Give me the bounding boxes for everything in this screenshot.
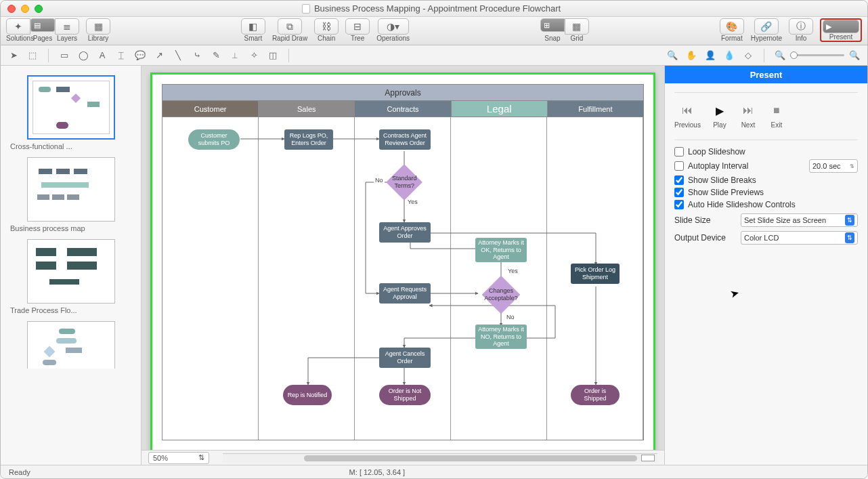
eyedropper-tool[interactable]: 💧 (723, 50, 735, 61)
exit-button[interactable]: ■Exit (767, 102, 786, 129)
callout-tool[interactable]: 💬 (134, 50, 146, 61)
edge-label-no-2: No (505, 314, 516, 320)
status-ready: Ready (9, 468, 30, 476)
autoplay-interval-stepper[interactable]: 20.0 sec⇅ (809, 159, 858, 173)
autoplay-checkbox[interactable]: Autoplay Interval (674, 161, 748, 171)
zoom-select[interactable]: 50% ⇅ (148, 452, 209, 464)
operations-button[interactable]: ◑▾ (378, 18, 409, 35)
textbox-tool[interactable]: ⌶ (115, 50, 127, 61)
slide-previews-checkbox[interactable]: Show Slide Previews (674, 188, 858, 197)
node-agent-requests-approval[interactable]: Agent Requests Approval (379, 283, 431, 304)
rapid-label: Rapid Draw (272, 35, 307, 42)
layers-button[interactable]: ≣ (55, 18, 79, 35)
present-button[interactable]: ▶ (823, 20, 859, 33)
autoplay-row: Autoplay Interval 20.0 sec⇅ (674, 159, 858, 173)
lane-h-legal: Legal (452, 101, 548, 117)
library-label: Library (88, 35, 109, 42)
node-agent-cancels[interactable]: Agent Cancels Order (379, 348, 431, 368)
stamp-tool[interactable]: 👤 (704, 50, 716, 61)
page-thumb-2[interactable] (27, 157, 115, 222)
page-thumb-4[interactable] (27, 321, 115, 369)
play-icon: ▶ (710, 102, 729, 119)
curve-tool[interactable]: ⤷ (191, 50, 203, 61)
info-button[interactable]: ⓘ (789, 18, 813, 35)
output-device-select[interactable]: Color LCD⇅ (741, 231, 858, 245)
page-thumb-3[interactable] (27, 239, 115, 304)
lane-customer (162, 117, 259, 440)
operations-group: ◑▾ Operations (376, 18, 410, 42)
node-pick-order[interactable]: Pick Order Log Shipment (571, 264, 620, 284)
close-window[interactable] (7, 5, 16, 13)
node-rep-logs-po[interactable]: Rep Logs PO, Enters Order (284, 129, 333, 150)
play-button[interactable]: ▶Play (710, 102, 729, 129)
titlebar: Business Process Mapping - Appointment P… (1, 1, 867, 17)
horizontal-scrollbar[interactable] (223, 453, 657, 463)
snap-button[interactable]: ⊞ (540, 18, 565, 32)
node-rep-notified[interactable]: Rep is Notified (283, 385, 332, 405)
zoom-in-icon[interactable]: 🔍 (848, 50, 861, 61)
next-button[interactable]: ⏭Next (739, 102, 758, 129)
node-contracts-reviews[interactable]: Contracts Agent Reviews Order (379, 129, 431, 150)
arrow-tool[interactable]: ↗ (153, 50, 165, 61)
chain-button[interactable]: ⛓ (314, 18, 339, 35)
edge-label-no-1: No (374, 177, 385, 184)
node-order-not-shipped[interactable]: Order is Not Shipped (379, 385, 431, 405)
slide-size-select[interactable]: Set Slide Size as Screen⇅ (741, 213, 858, 227)
snap-label: Snap (540, 35, 565, 42)
previous-button[interactable]: ⏮Previous (674, 102, 701, 129)
hypernote-label: Hypernote (751, 35, 782, 42)
document-icon (302, 4, 310, 14)
minimize-window[interactable] (21, 5, 29, 13)
zoom-tool[interactable]: 🔍 (666, 50, 678, 61)
slide-breaks-checkbox[interactable]: Show Slide Breaks (674, 175, 858, 185)
library-button[interactable]: ▦ (86, 18, 110, 35)
hand-tool[interactable]: ✋ (685, 50, 697, 61)
zoom-out-icon[interactable]: 🔍 (774, 50, 786, 61)
zoom-window[interactable] (35, 5, 43, 13)
present-label: Present (829, 33, 852, 41)
status-bar: Ready M: [ 12.05, 3.64 ] (1, 465, 867, 478)
tree-button[interactable]: ⊟ (345, 18, 370, 35)
exit-icon: ■ (767, 102, 786, 119)
playback-controls: ⏮Previous ▶Play ⏭Next ■Exit (674, 98, 858, 129)
pages-button[interactable]: ▤ (30, 18, 55, 32)
node-order-shipped[interactable]: Order is Shipped (571, 385, 620, 405)
connector-tool[interactable]: ⟂ (229, 50, 241, 61)
info-label: Info (796, 35, 807, 42)
loop-checkbox[interactable]: Loop Slideshow (674, 147, 858, 157)
grid-button[interactable]: ▦ (565, 18, 589, 35)
smart-button[interactable]: ◧ (241, 18, 265, 35)
grid-label: Grid (565, 35, 589, 42)
lane-body: Customer submits PO Rep Logs PO, Enters … (162, 117, 643, 440)
crop-tool[interactable]: ◫ (267, 50, 279, 61)
pointer-tool[interactable]: ➤ (7, 50, 20, 61)
node-customer-submits-po[interactable]: Customer submits PO (188, 129, 240, 150)
node-attorney-ok[interactable]: Attorney Marks it OK, Returns to Agent (475, 238, 527, 262)
eraser-tool[interactable]: ◇ (742, 50, 754, 61)
chain-group: ⛓ Chain (314, 18, 339, 42)
hypernote-button[interactable]: 🔗 (754, 18, 779, 35)
title-text: Business Process Mapping - Appointment P… (314, 3, 561, 14)
output-device-label: Output Device (674, 233, 735, 243)
format-button[interactable]: 🎨 (720, 18, 744, 35)
page-thumb-1[interactable] (27, 75, 115, 140)
rapid-draw-button[interactable]: ⧉ (278, 18, 302, 35)
node-agent-approves[interactable]: Agent Approves Order (379, 222, 431, 243)
swimlane-container: Approvals Customer Sales Contracts Legal… (162, 84, 644, 440)
autohide-checkbox[interactable]: Auto Hide Slideshow Controls (674, 200, 858, 209)
canvas-area: Approvals Customer Sales Contracts Legal… (142, 66, 664, 465)
rect-tool[interactable]: ▭ (58, 50, 70, 61)
ellipse-tool[interactable]: ◯ (77, 50, 89, 61)
highlighter-tool[interactable]: ✎ (210, 50, 222, 61)
select-tool[interactable]: ⬚ (26, 50, 39, 61)
minimap-icon[interactable] (641, 455, 655, 461)
canvas-scroll[interactable]: Approvals Customer Sales Contracts Legal… (142, 66, 664, 450)
text-tool[interactable]: A (96, 50, 108, 61)
magic-tool[interactable]: ✧ (248, 50, 260, 61)
canvas[interactable]: Approvals Customer Sales Contracts Legal… (150, 72, 655, 450)
page-sidebar[interactable]: Cross-functional ... Business process ma… (1, 66, 142, 465)
line-tool[interactable]: ╲ (172, 50, 184, 61)
solutions-button[interactable]: ✦ (6, 18, 30, 35)
zoom-slider[interactable]: 🔍 🔍 (774, 50, 861, 61)
node-attorney-no[interactable]: Attorney Marks it NO, Returns to Agent (475, 325, 527, 349)
